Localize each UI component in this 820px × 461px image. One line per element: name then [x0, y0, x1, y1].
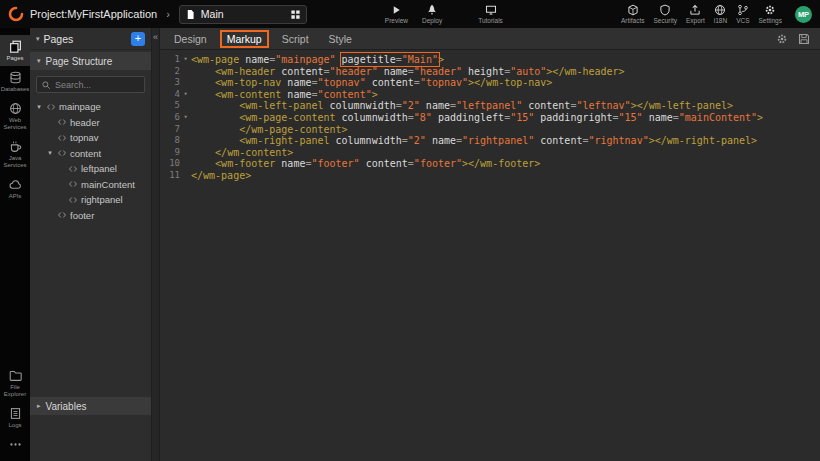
- code-line[interactable]: 6▾ <wm-page-content columnwidth="8" padd…: [160, 112, 820, 124]
- deploy-label: Deploy: [422, 17, 442, 24]
- save-icon[interactable]: [798, 33, 810, 45]
- tutorials-button[interactable]: Tutorials: [478, 4, 503, 24]
- wavemaker-studio-window: Project:MyFirstApplication › Main Previe…: [0, 0, 820, 461]
- tab-style[interactable]: Style: [329, 33, 352, 45]
- widget-icon: [68, 164, 78, 174]
- security-label: Security: [653, 17, 676, 24]
- tree-node-label: mainContent: [81, 179, 135, 190]
- tree-node-topnav[interactable]: topnav: [30, 130, 151, 146]
- tutorials-icon: [485, 4, 497, 16]
- vcs-button[interactable]: VCS: [736, 4, 749, 24]
- tab-markup[interactable]: Markup: [220, 30, 269, 48]
- collapse-panel-button[interactable]: «: [153, 32, 158, 461]
- security-button[interactable]: Security: [653, 4, 676, 24]
- line-number: 3: [160, 77, 180, 89]
- web-services-icon: [9, 102, 22, 115]
- caret-down-icon: ▾: [36, 35, 40, 43]
- fold-caret-icon[interactable]: ▾: [180, 54, 191, 66]
- search-input[interactable]: [55, 80, 140, 90]
- editor-toolbar: [776, 33, 810, 45]
- page-structure-tree: ▾mainpageheadertopnav▾contentleftpanelma…: [30, 97, 151, 395]
- code-line[interactable]: 9 </wm-content>: [160, 147, 820, 159]
- code-line[interactable]: 4▾ <wm-content name="content">: [160, 89, 820, 101]
- line-number: 11: [160, 170, 180, 182]
- caret-down-icon[interactable]: ▾: [35, 103, 43, 111]
- pages-panel-header[interactable]: ▾ Pages +: [30, 28, 151, 50]
- avatar[interactable]: MP: [795, 6, 812, 23]
- sidebar-bottom-spacer: [30, 415, 151, 461]
- rail-item-pages[interactable]: Pages: [0, 35, 30, 66]
- code-line[interactable]: 8 <wm-right-panel columnwidth="2" name="…: [160, 135, 820, 147]
- artifacts-button[interactable]: Artifacts: [621, 4, 644, 24]
- grid-icon[interactable]: [290, 9, 301, 20]
- caret-right-icon: ▸: [37, 402, 41, 410]
- settings-button[interactable]: Settings: [759, 4, 783, 24]
- line-number: 2: [160, 66, 180, 78]
- widget-icon: [57, 117, 67, 127]
- security-icon: [659, 4, 671, 16]
- chevron-right-icon: ›: [166, 8, 170, 20]
- rail-item-more[interactable]: [0, 433, 30, 457]
- tree-node-label: header: [70, 117, 100, 128]
- search-icon: [41, 80, 51, 90]
- line-number: 4: [160, 89, 180, 101]
- code-line[interactable]: 1▾<wm-page name="mainpage" pagetitle="Ma…: [160, 54, 820, 66]
- databases-label: Databases: [1, 86, 30, 93]
- caret-down-icon[interactable]: ▾: [46, 149, 54, 157]
- rail-item-web-services[interactable]: Web Services: [0, 97, 30, 135]
- gear-icon[interactable]: [776, 33, 788, 45]
- tree-node-mainpage[interactable]: ▾mainpage: [30, 99, 151, 115]
- fold-caret-icon[interactable]: ▾: [180, 112, 191, 124]
- tree-node-label: leftpanel: [81, 163, 117, 174]
- tree-node-content[interactable]: ▾content: [30, 146, 151, 162]
- tree-node-label: content: [70, 148, 101, 159]
- code-line[interactable]: 11</wm-page>: [160, 170, 820, 182]
- rail-spacer: [0, 204, 30, 364]
- page-selector-value: Main: [201, 8, 285, 20]
- preview-icon: [390, 4, 402, 16]
- deploy-button[interactable]: Deploy: [422, 4, 442, 24]
- export-icon: [689, 4, 701, 16]
- tab-design[interactable]: Design: [174, 33, 207, 45]
- code-line[interactable]: 2 <wm-header content="header" name="head…: [160, 66, 820, 78]
- page-selector[interactable]: Main: [179, 5, 307, 24]
- code-line-text: </wm-page-content>: [191, 124, 348, 136]
- rail-item-file-explorer[interactable]: File Explorer: [0, 364, 30, 402]
- tree-node-footer[interactable]: footer: [30, 208, 151, 224]
- rail-item-databases[interactable]: Databases: [0, 66, 30, 97]
- tree-node-mainContent[interactable]: mainContent: [30, 177, 151, 193]
- code-line[interactable]: 10 <wm-footer name="footer" content="foo…: [160, 158, 820, 170]
- panel-collapse-strip: «: [152, 28, 160, 461]
- code-line[interactable]: 7 </wm-page-content>: [160, 124, 820, 136]
- widget-icon: [57, 133, 67, 143]
- rail-item-java-services[interactable]: Java Services: [0, 135, 30, 173]
- code-line-text: <wm-footer name="footer" content="footer…: [191, 158, 540, 170]
- file-explorer-icon: [9, 369, 22, 382]
- line-number: 7: [160, 124, 180, 136]
- code-line[interactable]: 5 <wm-left-panel columnwidth="2" name="l…: [160, 100, 820, 112]
- export-button[interactable]: Export: [686, 4, 705, 24]
- wavemaker-logo-icon[interactable]: [8, 6, 24, 22]
- variables-header[interactable]: ▸ Variables: [30, 397, 151, 415]
- code-line[interactable]: 3 <wm-top-nav name="topnav" content="top…: [160, 77, 820, 89]
- code-line-text: <wm-top-nav name="topnav" content="topna…: [191, 77, 552, 89]
- rail-item-logs[interactable]: Logs: [0, 402, 30, 433]
- page-structure-header[interactable]: ▾ Page Structure: [30, 52, 151, 70]
- artifacts-label: Artifacts: [621, 17, 644, 24]
- pages-panel: ▾ Pages + ▾ Page Structure ▾mainpagehead…: [30, 28, 152, 461]
- vcs-icon: [737, 4, 749, 16]
- i18n-button[interactable]: i18N: [714, 4, 727, 24]
- rail-item-apis[interactable]: APIs: [0, 173, 30, 204]
- more-icon: [9, 438, 22, 451]
- tree-node-label: footer: [70, 210, 94, 221]
- tree-node-header[interactable]: header: [30, 115, 151, 131]
- code-line-text: <wm-left-panel columnwidth="2" name="lef…: [191, 100, 733, 112]
- tree-node-rightpanel[interactable]: rightpanel: [30, 192, 151, 208]
- preview-button[interactable]: Preview: [385, 4, 408, 24]
- add-page-button[interactable]: +: [131, 32, 145, 46]
- tab-script[interactable]: Script: [282, 33, 309, 45]
- code-editor[interactable]: 1▾<wm-page name="mainpage" pagetitle="Ma…: [160, 50, 820, 461]
- fold-caret-icon[interactable]: ▾: [180, 89, 191, 101]
- tree-node-leftpanel[interactable]: leftpanel: [30, 161, 151, 177]
- highlight-annotation: pagetitle="Main": [342, 54, 438, 65]
